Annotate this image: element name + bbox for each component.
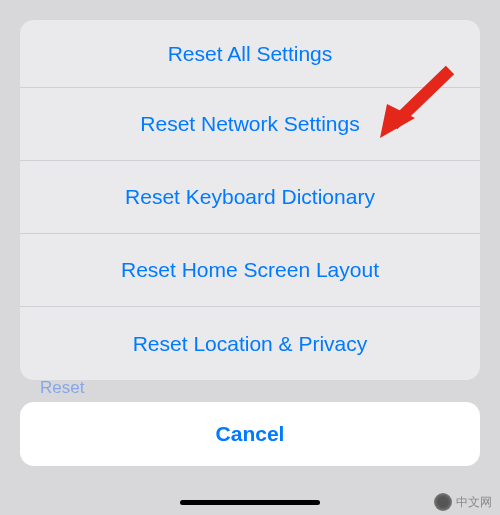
reset-keyboard-dictionary-button[interactable]: Reset Keyboard Dictionary [20, 161, 480, 234]
background-reset-link: Reset [40, 378, 84, 398]
reset-home-screen-layout-button[interactable]: Reset Home Screen Layout [20, 234, 480, 307]
reset-network-settings-button[interactable]: Reset Network Settings [20, 88, 480, 161]
cancel-label: Cancel [216, 422, 285, 446]
reset-all-settings-button[interactable]: Reset All Settings [20, 20, 480, 88]
sheet-item-label: Reset All Settings [168, 42, 333, 66]
reset-action-sheet: Reset All Settings Reset Network Setting… [20, 20, 480, 380]
reset-location-privacy-button[interactable]: Reset Location & Privacy [20, 307, 480, 380]
sheet-item-label: Reset Location & Privacy [133, 332, 368, 356]
php-logo-icon [434, 493, 452, 511]
sheet-item-label: Reset Keyboard Dictionary [125, 185, 375, 209]
watermark-text: 中文网 [456, 494, 492, 511]
sheet-item-label: Reset Home Screen Layout [121, 258, 379, 282]
home-indicator[interactable] [180, 500, 320, 505]
cancel-button[interactable]: Cancel [20, 402, 480, 466]
sheet-item-label: Reset Network Settings [140, 112, 359, 136]
watermark: 中文网 [434, 493, 492, 511]
